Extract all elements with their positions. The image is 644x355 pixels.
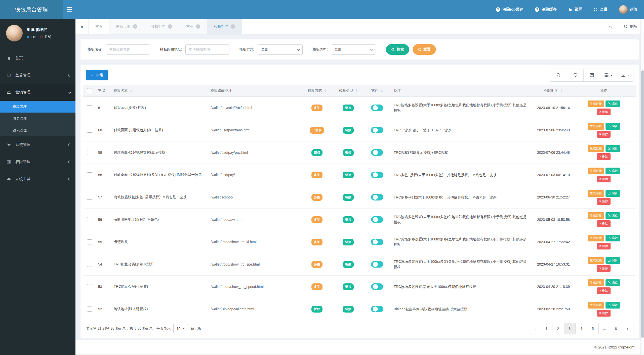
template-type-select[interactable]: 全部 <box>331 44 376 55</box>
generate-link-button[interactable]: 生成链接 <box>588 145 604 152</box>
reset-button[interactable]: 重置 <box>413 44 436 55</box>
add-button[interactable]: 新增 <box>86 70 108 80</box>
row-checkbox[interactable] <box>87 284 92 289</box>
sort-icon[interactable] <box>381 89 383 92</box>
close-icon[interactable]: × <box>231 24 235 29</box>
clear-job-cache-link[interactable]: ? 清除job缓存 <box>496 7 524 12</box>
table-detail-view-button[interactable] <box>583 69 600 81</box>
row-checkbox[interactable] <box>87 217 92 222</box>
page-size-select[interactable]: 10 <box>173 324 188 333</box>
row-checkbox[interactable] <box>87 262 92 267</box>
edit-button[interactable]: 编辑 <box>606 123 620 130</box>
template-path-input[interactable] <box>185 44 229 55</box>
edit-button[interactable]: 编辑 <box>606 235 620 241</box>
row-checkbox[interactable] <box>87 195 92 200</box>
status-toggle[interactable] <box>371 283 383 290</box>
page-button[interactable]: 4 <box>575 323 587 334</box>
edit-button[interactable]: 编辑 <box>606 100 620 107</box>
sidebar-item-template-mgmt[interactable]: 模板管理 <box>0 101 75 113</box>
edit-button[interactable]: 编辑 <box>606 190 620 197</box>
status-toggle[interactable] <box>371 306 383 312</box>
tab-template-mgmt[interactable]: 模板管理 × <box>207 19 242 34</box>
generate-link-button[interactable]: 生成链接 <box>588 190 604 197</box>
tab-home-2[interactable]: 首页 × <box>179 19 207 34</box>
generate-link-button[interactable]: 生成链接 <box>588 302 604 309</box>
delete-button[interactable]: × 删除 <box>597 176 610 182</box>
close-icon[interactable]: × <box>133 24 137 29</box>
generate-link-button[interactable]: 生成链接 <box>588 235 604 241</box>
scrollbar-thumb[interactable] <box>641 70 644 338</box>
column-header-method[interactable]: 模板方式 <box>301 88 333 93</box>
table-search-button[interactable] <box>550 69 567 81</box>
row-checkbox[interactable] <box>87 150 92 155</box>
generate-link-button[interactable]: 生成链接 <box>588 100 604 107</box>
tabs-scroll-left-button[interactable]: « <box>75 19 89 34</box>
table-export-button[interactable] <box>617 69 633 81</box>
delete-button[interactable]: × 删除 <box>597 131 610 138</box>
delete-button[interactable]: × 删除 <box>597 287 610 294</box>
generate-link-button[interactable]: 生成链接 <box>588 123 604 130</box>
page-button[interactable]: 8 <box>610 323 622 334</box>
sidebar-item-permission-mgmt[interactable]: 权限管理 <box>0 153 75 170</box>
column-header-status[interactable]: 状态 <box>363 88 391 93</box>
tab-site-settings[interactable]: 网站设置 × <box>109 19 144 34</box>
lock-screen-link[interactable]: 锁屏 <box>568 7 582 12</box>
user-menu[interactable]: 超管 <box>619 5 637 14</box>
sidebar-item-marketing[interactable]: 营销管理 <box>0 84 75 101</box>
delete-button[interactable]: × 删除 <box>597 243 610 249</box>
tab-home[interactable]: 首页 <box>89 19 109 34</box>
close-icon[interactable]: × <box>168 24 172 29</box>
column-header-name[interactable]: 模板名称 <box>111 88 208 93</box>
generate-link-button[interactable]: 生成链接 <box>588 212 604 219</box>
row-checkbox[interactable] <box>87 105 92 110</box>
status-toggle[interactable] <box>371 127 383 133</box>
tabs-scroll-right-button[interactable]: » <box>604 19 617 34</box>
page-button[interactable]: ... <box>598 323 610 334</box>
logout-link[interactable]: 注销 <box>40 35 51 39</box>
sidebar-item-wallet-mgmt[interactable]: 钱包管理 <box>0 124 75 136</box>
page-button[interactable]: › <box>622 323 633 334</box>
delete-button[interactable]: × 删除 <box>597 198 610 205</box>
row-checkbox[interactable] <box>87 307 92 312</box>
sort-icon[interactable] <box>324 89 326 92</box>
generate-link-button[interactable]: 生成链接 <box>588 168 604 174</box>
delete-button[interactable]: × 删除 <box>597 265 610 272</box>
sort-icon[interactable] <box>561 89 563 92</box>
table-refresh-button[interactable] <box>567 69 583 81</box>
table-columns-button[interactable] <box>600 69 617 81</box>
sidebar-item-system-tools[interactable]: 系统工具 <box>0 170 75 187</box>
delete-button[interactable]: × 删除 <box>597 220 610 227</box>
page-button[interactable]: 3 <box>564 323 576 334</box>
edit-button[interactable]: 编辑 <box>606 145 620 152</box>
edit-button[interactable]: 编辑 <box>606 279 620 286</box>
status-toggle[interactable] <box>371 239 383 245</box>
tab-auth-mgmt[interactable]: 授权管理 × <box>144 19 179 34</box>
close-icon[interactable]: × <box>196 24 200 29</box>
clear-cache-link[interactable]: ? 清除缓存 <box>535 7 557 12</box>
delete-button[interactable]: × 删除 <box>597 109 610 115</box>
row-checkbox[interactable] <box>87 172 92 177</box>
status-toggle[interactable] <box>371 172 383 178</box>
sidebar-item-fish[interactable]: 鱼苗管理 <box>0 67 75 84</box>
fullscreen-link[interactable]: 全屏 <box>594 7 608 12</box>
page-button[interactable]: ‹ <box>529 323 541 334</box>
app-logo[interactable]: 钱包后台管理 <box>0 0 63 19</box>
edit-button[interactable]: 编辑 <box>606 168 620 174</box>
status-toggle[interactable] <box>371 149 383 156</box>
column-header-type[interactable]: 模板类型 <box>333 88 363 93</box>
status-toggle[interactable] <box>371 105 383 111</box>
status-toggle[interactable] <box>371 261 383 268</box>
sidebar-toggle-button[interactable] <box>67 5 77 15</box>
tab-refresh-button[interactable]: 刷新 <box>617 19 644 34</box>
delete-button[interactable]: × 删除 <box>597 310 610 317</box>
template-method-select[interactable]: 全部 <box>258 44 303 55</box>
row-checkbox[interactable] <box>87 128 92 133</box>
page-button[interactable]: 2 <box>552 323 564 334</box>
sidebar-item-system-mgmt[interactable]: 系统管理 <box>0 136 75 153</box>
page-button[interactable]: 1 <box>541 323 552 334</box>
status-toggle[interactable] <box>371 216 383 223</box>
sidebar-item-home[interactable]: 首页 <box>0 49 75 67</box>
delete-button[interactable]: × 删除 <box>597 153 610 160</box>
row-checkbox[interactable] <box>87 239 92 244</box>
generate-link-button[interactable]: 生成链接 <box>588 257 604 264</box>
